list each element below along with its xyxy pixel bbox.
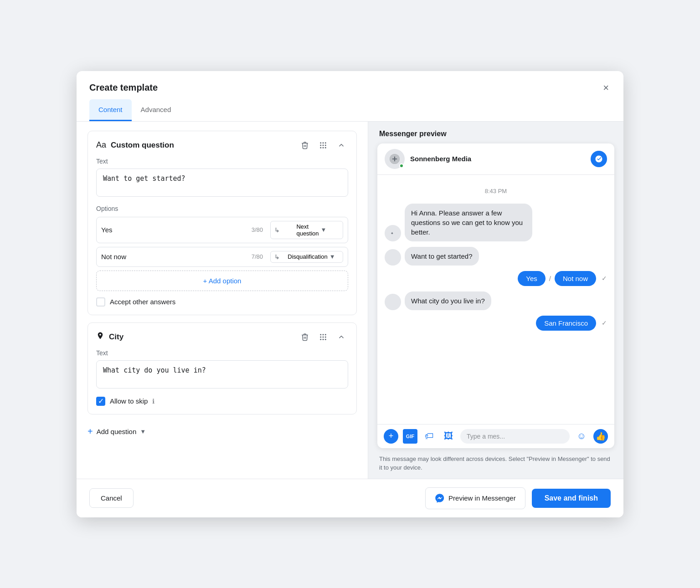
- q2-avatar: [385, 294, 401, 310]
- goto-next-question-dropdown[interactable]: ↳ Next question ▼: [270, 221, 343, 239]
- city-text-input[interactable]: [96, 360, 348, 389]
- collapse-question-button[interactable]: [335, 139, 348, 151]
- q1-avatar-icon: [385, 249, 401, 266]
- text-field-label: Text: [96, 158, 348, 165]
- chat-time: 8:43 PM: [385, 188, 607, 194]
- allow-skip-row: ✓ Allow to skip ℹ: [96, 397, 348, 406]
- intro-bubble: Hi Anna. Please answer a few questions s…: [405, 204, 532, 241]
- modal-title: Create template: [89, 82, 158, 93]
- option-yes-input[interactable]: [101, 226, 248, 234]
- svg-point-5: [325, 144, 326, 146]
- check-icon: ✓: [602, 275, 607, 282]
- city-card-title-row: City: [96, 331, 348, 343]
- accept-other-label: Accept other answers: [110, 298, 175, 306]
- q1-avatar: [385, 249, 401, 266]
- info-icon[interactable]: ℹ: [152, 398, 154, 405]
- preview-btn-label: Preview in Messenger: [448, 494, 516, 502]
- goto-next-arrow-icon: ▼: [321, 226, 339, 233]
- preview-note: This message may look different across d…: [368, 448, 623, 479]
- messenger-input-bar: + GIF 🏷 🖼 Type a mes... ☺ 👍: [377, 424, 614, 448]
- svg-point-17: [325, 338, 326, 340]
- svg-point-10: [323, 334, 324, 335]
- city-grid-button[interactable]: [316, 331, 330, 343]
- city-icon: [96, 332, 104, 342]
- svg-point-16: [323, 338, 324, 340]
- svg-text:✦: ✦: [391, 231, 394, 235]
- question-text-input[interactable]: [96, 169, 348, 197]
- question2-row: What city do you live in?: [385, 291, 607, 310]
- messenger-chat: 8:43 PM ✦ Hi Anna. Please answer a few q…: [377, 175, 614, 424]
- company-avatar: [385, 149, 405, 169]
- add-question-label: Add question: [97, 428, 137, 435]
- add-question-arrow-icon: ▼: [140, 428, 146, 435]
- goto-disq-arrow-icon: ▼: [329, 253, 339, 260]
- svg-point-22: [389, 298, 397, 306]
- bot-avatar-icon: ✦: [385, 225, 401, 241]
- svg-point-11: [325, 334, 326, 335]
- modal-footer: Cancel Preview in Messenger Save and fin…: [77, 479, 623, 517]
- modal-body: Aa Custom question Text: [77, 122, 623, 479]
- city-card: City Text: [88, 322, 357, 414]
- preview-header: Messenger preview: [368, 122, 623, 143]
- delete-question-button[interactable]: [298, 139, 312, 151]
- svg-point-2: [325, 142, 326, 143]
- right-footer-actions: Preview in Messenger Save and finish: [425, 487, 611, 509]
- question1-bubble: Want to get started?: [405, 247, 479, 266]
- city-card-title: City: [109, 332, 293, 342]
- reply-yes-chip: Yes: [518, 271, 545, 286]
- reply-notnow-chip: Not now: [555, 271, 596, 286]
- preview-in-messenger-button[interactable]: Preview in Messenger: [425, 487, 525, 509]
- allow-skip-checkbox[interactable]: ✓: [96, 397, 105, 406]
- accept-other-row: Accept other answers: [96, 297, 348, 307]
- goto-disq-label: Disqualification: [288, 253, 327, 260]
- message-input[interactable]: Type a mes...: [460, 429, 570, 444]
- svg-point-15: [320, 338, 321, 340]
- svg-point-1: [323, 142, 324, 143]
- company-name: Sonnenberg Media: [410, 155, 471, 163]
- svg-point-4: [323, 144, 324, 146]
- add-question-button[interactable]: + Add question ▼: [88, 422, 357, 441]
- like-icon[interactable]: 👍: [593, 429, 608, 444]
- messenger-window: Sonnenberg Media 8:43 PM ✦: [377, 143, 614, 448]
- card-actions: [298, 139, 348, 151]
- image-icon[interactable]: 🖼: [441, 429, 456, 444]
- option-row: 3/80 ↳ Next question ▼: [96, 217, 348, 243]
- grid-button[interactable]: [316, 139, 330, 151]
- sticker-icon[interactable]: 🏷: [422, 429, 437, 444]
- bot-intro-row: ✦ Hi Anna. Please answer a few questions…: [385, 204, 607, 241]
- left-panel: Aa Custom question Text: [77, 122, 368, 479]
- cancel-button[interactable]: Cancel: [89, 488, 134, 508]
- question2-bubble: What city do you live in?: [405, 291, 491, 310]
- reply-row: Yes / Not now ✓: [385, 271, 607, 286]
- messenger-send-icon: [591, 151, 607, 167]
- custom-question-icon: Aa: [96, 140, 106, 150]
- add-option-button[interactable]: + Add option: [96, 271, 348, 291]
- gif-icon[interactable]: GIF: [403, 429, 417, 444]
- save-finish-button[interactable]: Save and finish: [532, 489, 611, 508]
- svg-point-12: [320, 336, 321, 337]
- custom-question-title: Custom question: [111, 141, 293, 150]
- add-icon[interactable]: +: [384, 429, 398, 444]
- allow-skip-label: Allow to skip: [110, 397, 148, 405]
- tab-advanced[interactable]: Advanced: [132, 99, 180, 121]
- delete-city-button[interactable]: [298, 331, 312, 343]
- custom-question-card: Aa Custom question Text: [88, 131, 357, 315]
- online-dot: [399, 164, 404, 168]
- emoji-icon[interactable]: ☺: [574, 429, 589, 444]
- svg-point-6: [320, 147, 321, 148]
- close-button[interactable]: ×: [601, 80, 611, 96]
- bot-avatar: ✦: [385, 225, 401, 241]
- option-yes-count: 3/80: [252, 226, 263, 233]
- tab-content[interactable]: Content: [89, 99, 132, 121]
- right-panel: Messenger preview Sonnenberg Media 8:43 …: [368, 122, 623, 479]
- card-title-row: Aa Custom question: [96, 139, 348, 151]
- option-notnow-count: 7/80: [252, 253, 263, 260]
- option-notnow-input[interactable]: [101, 253, 248, 261]
- goto-disqualification-dropdown[interactable]: ↳ Disqualification ▼: [270, 251, 343, 263]
- create-template-modal: Create template × Content Advanced Aa Cu…: [77, 71, 623, 517]
- accept-other-checkbox[interactable]: [96, 297, 105, 307]
- company-row: Sonnenberg Media: [377, 143, 614, 175]
- tabs: Content Advanced: [77, 99, 623, 122]
- collapse-city-button[interactable]: [335, 331, 348, 343]
- sf-reply-row: San Francisco ✓: [385, 316, 607, 331]
